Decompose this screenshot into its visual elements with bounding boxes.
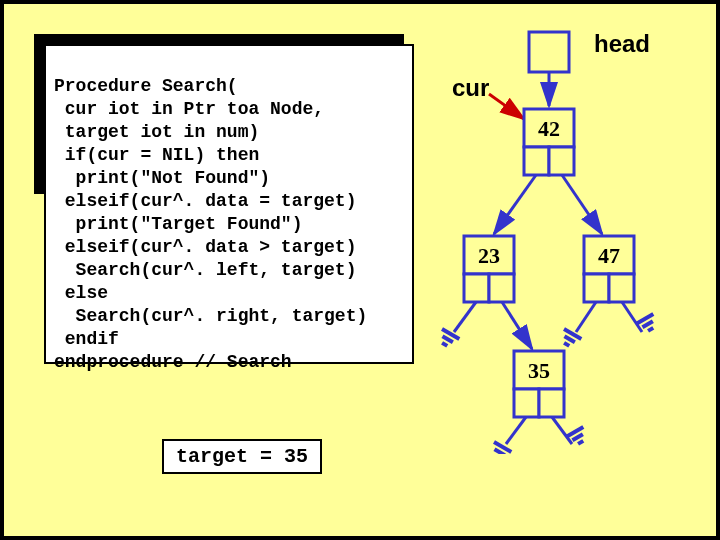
edge-35-right-null <box>552 417 572 444</box>
code-line: elseif(cur^. data > target) <box>54 237 356 257</box>
edge-23-right <box>502 302 532 349</box>
node-left-value: 23 <box>478 243 500 268</box>
node-right: 47 <box>584 236 634 302</box>
node-right-value: 47 <box>598 243 620 268</box>
code-line: Search(cur^. right, target) <box>54 306 367 326</box>
code-line: cur iot in Ptr toa Node, <box>54 99 324 119</box>
svg-rect-1 <box>524 147 549 175</box>
svg-rect-2 <box>549 147 574 175</box>
code-line: endprocedure // Search <box>54 352 292 372</box>
svg-line-26 <box>578 441 583 444</box>
node-35: 35 <box>514 351 564 417</box>
code-line: elseif(cur^. data = target) <box>54 191 356 211</box>
edge-47-right-null <box>622 302 642 332</box>
svg-rect-4 <box>464 274 489 302</box>
tree-svg: 42 23 <box>424 24 704 454</box>
svg-line-14 <box>564 343 569 346</box>
code-line: endif <box>54 329 119 349</box>
svg-line-8 <box>442 343 447 346</box>
svg-line-16 <box>642 321 652 327</box>
edge-35-left-null <box>506 417 526 444</box>
ground-icon <box>436 329 459 349</box>
code-line: target iot in num) <box>54 122 259 142</box>
node-left: 23 <box>464 236 514 302</box>
edge-23-left-null <box>454 302 476 332</box>
svg-rect-10 <box>584 274 609 302</box>
svg-line-17 <box>648 328 653 331</box>
svg-line-25 <box>572 434 582 440</box>
ground-icon <box>636 314 659 334</box>
code-line: Search(cur^. left, target) <box>54 260 356 280</box>
code-line: print("Target Found") <box>54 214 302 234</box>
target-box: target = 35 <box>162 439 322 474</box>
tree-diagram: 42 23 <box>424 24 704 454</box>
code-line: Procedure Search( <box>54 76 238 96</box>
svg-line-22 <box>494 449 504 454</box>
cur-arrow <box>489 94 524 119</box>
svg-rect-20 <box>539 389 564 417</box>
svg-line-7 <box>442 336 452 342</box>
node-35-value: 35 <box>528 358 550 383</box>
svg-rect-5 <box>489 274 514 302</box>
slide-frame: Procedure Search( cur iot in Ptr toa Nod… <box>0 0 720 540</box>
code-line: else <box>54 283 108 303</box>
target-text: target = 35 <box>176 445 308 468</box>
svg-rect-19 <box>514 389 539 417</box>
svg-line-13 <box>564 336 574 342</box>
ground-icon <box>558 329 581 349</box>
head-box <box>529 32 569 72</box>
svg-rect-11 <box>609 274 634 302</box>
code-box: Procedure Search( cur iot in Ptr toa Nod… <box>44 44 414 364</box>
node-root-value: 42 <box>538 116 560 141</box>
ground-icon <box>566 427 589 447</box>
code-line: print("Not Found") <box>54 168 270 188</box>
code-line: if(cur = NIL) then <box>54 145 259 165</box>
edge-root-right <box>562 175 602 234</box>
edge-47-left-null <box>576 302 596 332</box>
edge-root-left <box>494 175 536 234</box>
node-root: 42 <box>524 109 574 175</box>
